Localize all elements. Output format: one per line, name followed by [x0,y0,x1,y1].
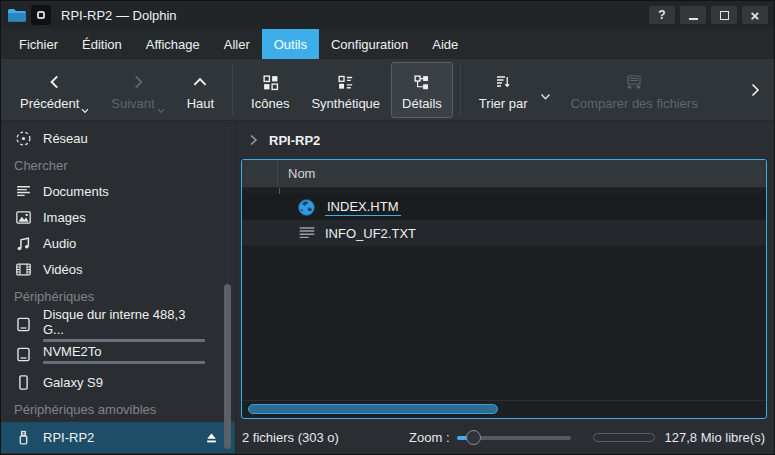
sidebar-item-label: Documents [43,184,109,199]
sidebar-item-label: Audio [43,236,76,251]
horizontal-scrollbar[interactable] [248,404,498,414]
chevron-down-icon [157,108,165,114]
sidebar-item-audio[interactable]: Audio [1,230,235,256]
network-icon [14,129,32,147]
minimize-icon [689,18,698,20]
sidebar-item-reseau[interactable]: Réseau [1,125,235,151]
section-peripheriques: Périphériques [1,282,235,309]
maximize-icon [720,11,729,20]
toolbar: Précédent Suivant Haut Icônes [1,59,774,121]
usb-drive-icon [14,429,32,447]
back-button[interactable]: Précédent [9,62,100,118]
smartphone-icon [14,373,32,391]
sidebar-item-label: NVME2To [43,344,205,359]
free-space-bar [593,433,655,442]
chevron-down-icon [81,108,89,114]
section-peripheriques-amovibles: Périphériques amovibles [1,395,235,422]
hard-drive-icon [14,315,32,333]
sidebar-item-label: Galaxy S9 [43,375,103,390]
dolphin-window: RPI-RP2 — Dolphin ? × Fichier Édition Af… [0,0,775,455]
capacity-bar [43,339,205,342]
sidebar-item-images[interactable]: Images [1,204,235,230]
eject-icon[interactable] [204,431,219,445]
chevron-left-icon [46,70,64,94]
file-name[interactable]: INFO_UF2.TXT [325,226,416,241]
chevron-down-icon[interactable] [540,93,551,101]
minimize-button[interactable] [680,6,706,24]
help-button[interactable]: ? [649,6,675,24]
globe-icon [297,198,316,217]
column-header-row: Nom [242,160,766,188]
sidebar-item-label: Vidéos [43,262,83,277]
compare-files-icon [624,70,644,94]
window-title: RPI-RP2 — Dolphin [61,8,177,23]
compact-view-button[interactable]: Synthétique [300,62,391,118]
close-button[interactable]: × [742,6,768,24]
sidebar-item-label: Images [43,210,86,225]
sort-by-button[interactable]: Trier par [468,62,539,118]
expander-column [242,160,278,187]
folder-app-icon [7,5,27,25]
capacity-bar [43,361,205,364]
chevron-right-icon [129,70,147,94]
files-summary: 2 fichiers (303 o) [242,430,339,445]
sort-icon [494,70,512,94]
chevron-right-icon[interactable] [248,134,259,146]
text-file-icon [297,224,316,243]
menu-configuration[interactable]: Configuration [319,29,420,59]
free-space-label: 127,8 Mio libre(s) [665,430,765,445]
hard-drive-icon [14,345,32,363]
sidebar-item-label: Disque dur interne 488,3 G... [43,307,205,337]
icons-view-icon [262,70,279,94]
compact-view-icon [337,70,354,94]
music-note-icon [14,234,32,252]
image-icon [14,208,32,226]
details-view-icon [413,70,430,94]
breadcrumb: RPI-RP2 [236,121,774,159]
sidebar-item-videos[interactable]: Vidéos [1,256,235,282]
menubar: Fichier Édition Affichage Aller Outils C… [1,29,774,59]
sidebar-item-rpi-rp2[interactable]: RPI-RP2 [1,422,235,453]
menu-aller[interactable]: Aller [212,29,262,59]
details-view-button[interactable]: Détails [391,62,453,118]
chevron-up-icon [191,70,209,94]
menu-affichage[interactable]: Affichage [134,29,212,59]
statusbar: 2 fichiers (303 o) Zoom : 127,8 Mio libr… [236,419,774,455]
titlebar: RPI-RP2 — Dolphin ? × [1,1,774,29]
sidebar-item-disque-interne[interactable]: Disque dur interne 488,3 G... [1,309,235,339]
zoom-slider[interactable] [457,429,571,446]
window-menu-icon[interactable] [31,5,51,25]
file-name[interactable]: INDEX.HTM [325,199,401,216]
sidebar-item-nvme2to[interactable]: NVME2To [1,339,235,369]
toolbar-separator [460,64,461,116]
toolbar-overflow-button[interactable] [744,82,766,98]
column-header-nom[interactable]: Nom [278,160,315,187]
menu-fichier[interactable]: Fichier [7,29,70,59]
sidebar-item-label: RPI-RP2 [43,430,94,445]
sidebar-item-galaxy-s9[interactable]: Galaxy S9 [1,369,235,395]
menu-outils[interactable]: Outils [262,29,319,59]
menu-edition[interactable]: Édition [70,29,134,59]
forward-button[interactable]: Suivant [100,62,175,118]
file-row-info-uf2-txt[interactable]: INFO_UF2.TXT [242,220,766,246]
window-controls: ? × [649,6,768,24]
sidebar-item-documents[interactable]: Documents [1,178,235,204]
up-button[interactable]: Haut [176,62,225,118]
maximize-button[interactable] [711,6,737,24]
document-lines-icon [14,182,32,200]
sidebar-item-label: Réseau [43,131,88,146]
compare-files-button[interactable]: Comparer des fichiers [559,62,708,118]
zoom-slider-handle[interactable] [466,430,481,445]
section-chercher: Chercher [1,151,235,178]
file-view: Nom INDEX.HTM [241,159,767,419]
file-list: INDEX.HTM INFO_UF2.TXT [242,188,766,418]
zoom-label: Zoom : [409,430,449,445]
file-row-index-htm[interactable]: INDEX.HTM [242,194,766,220]
sidebar-scrollbar[interactable] [224,284,231,449]
breadcrumb-location[interactable]: RPI-RP2 [269,133,320,148]
icons-view-button[interactable]: Icônes [240,62,300,118]
scrollbar-divider [242,400,766,401]
film-icon [14,260,32,278]
places-panel: Réseau Chercher Documents Images Audio [1,121,236,455]
menu-aide[interactable]: Aide [420,29,470,59]
